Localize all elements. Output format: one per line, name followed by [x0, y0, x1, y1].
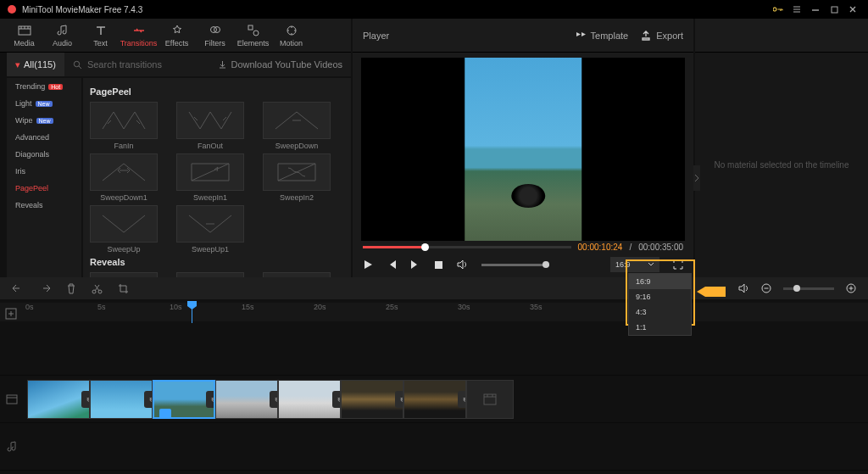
- split-button[interactable]: [92, 283, 103, 294]
- transitions-icon: [132, 24, 146, 37]
- clip-6[interactable]: [341, 380, 403, 419]
- ruler-mark: 35s: [530, 303, 602, 311]
- clip-3[interactable]: [153, 380, 215, 419]
- download-youtube-button[interactable]: Download YouTube Videos: [209, 59, 352, 70]
- clip-2[interactable]: [90, 380, 153, 419]
- tab-motion[interactable]: Motion: [272, 19, 310, 53]
- undo-button[interactable]: [12, 283, 24, 293]
- volume-slider[interactable]: [481, 264, 549, 266]
- menu-icon[interactable]: [788, 1, 805, 18]
- category-diagonals[interactable]: Diagonals: [7, 146, 81, 163]
- svg-point-0: [8, 5, 16, 14]
- zoom-out-button[interactable]: [761, 283, 771, 293]
- delete-button[interactable]: [66, 283, 76, 294]
- seek-bar[interactable]: [363, 246, 571, 248]
- category-iris[interactable]: Iris: [7, 163, 81, 180]
- fullscreen-button[interactable]: [673, 259, 683, 270]
- aspect-option-9-16[interactable]: 9:16: [629, 289, 691, 304]
- clip-7[interactable]: [403, 380, 466, 419]
- export-button[interactable]: Export: [640, 30, 683, 42]
- category-reveals[interactable]: Reveals: [7, 197, 81, 214]
- all-filter-button[interactable]: ▾All(115): [7, 53, 64, 76]
- tab-media[interactable]: Media: [5, 19, 43, 53]
- video-preview[interactable]: [361, 58, 685, 241]
- svg-point-6: [253, 31, 259, 36]
- tab-audio[interactable]: Audio: [43, 19, 81, 53]
- transition-sweepup1[interactable]: SweepUp1: [176, 205, 244, 254]
- ruler-mark: 20s: [314, 303, 386, 311]
- transition-fanout[interactable]: FanOut: [176, 102, 244, 150]
- chevron-down-icon: [648, 261, 654, 268]
- zoom-in-button[interactable]: [846, 283, 856, 293]
- overlay-track[interactable]: [0, 323, 868, 376]
- timeline-ruler[interactable]: 0s 5s 10s 15s 20s 25s 30s 35s: [0, 303, 868, 321]
- download-icon: [218, 60, 227, 70]
- zoom-slider[interactable]: [783, 287, 834, 290]
- triangle-down-icon: ▾: [15, 59, 20, 70]
- transition-fanin[interactable]: FanIn: [90, 102, 158, 150]
- properties-panel: No material selected on the timeline: [695, 53, 868, 277]
- current-time: 00:00:10:24: [578, 243, 623, 252]
- clip-transition-badge: [159, 409, 171, 419]
- minimize-button[interactable]: [807, 1, 824, 18]
- svg-point-8: [74, 61, 79, 66]
- svg-rect-11: [435, 261, 442, 269]
- aspect-option-1-1[interactable]: 1:1: [629, 320, 691, 335]
- template-button[interactable]: Template: [575, 30, 629, 42]
- svg-rect-5: [248, 25, 253, 30]
- aspect-option-16-9[interactable]: 16:9: [629, 274, 691, 289]
- title-bar: MiniTool MovieMaker Free 7.4.3: [0, 0, 868, 19]
- category-advanced[interactable]: Advanced: [7, 129, 81, 146]
- key-icon[interactable]: [770, 1, 787, 18]
- transition-sweepdown1[interactable]: SweepDown1: [90, 153, 158, 202]
- ruler-mark: 0s: [25, 303, 97, 311]
- category-pagepeel[interactable]: PagePeel: [7, 180, 81, 197]
- add-clip-placeholder[interactable]: [466, 380, 514, 419]
- search-transitions-input[interactable]: Search transitions: [64, 59, 209, 70]
- maximize-button[interactable]: [826, 1, 843, 18]
- time-sep: /: [629, 243, 632, 252]
- add-track-button[interactable]: [5, 308, 17, 320]
- clip-4[interactable]: [215, 380, 278, 419]
- properties-empty-message: No material selected on the timeline: [715, 160, 849, 170]
- aspect-option-4-3[interactable]: 4:3: [629, 304, 691, 320]
- redo-button[interactable]: [39, 283, 51, 293]
- video-track[interactable]: [0, 376, 868, 423]
- transition-sweepdown[interactable]: SweepDown: [263, 102, 331, 150]
- close-button[interactable]: [844, 1, 861, 18]
- transition-sweepup[interactable]: SweepUp: [90, 205, 158, 254]
- category-trending[interactable]: TrendingHot: [7, 78, 81, 95]
- video-track-icon: [0, 394, 24, 404]
- ruler-mark: 30s: [458, 303, 530, 311]
- elements-icon: [247, 24, 260, 37]
- crop-button[interactable]: [118, 283, 129, 294]
- expand-chevron-icon[interactable]: [693, 165, 700, 191]
- category-wipe[interactable]: WipeNew: [7, 112, 81, 129]
- prev-frame-button[interactable]: [387, 259, 397, 270]
- play-button[interactable]: [363, 259, 373, 270]
- svg-rect-1: [832, 7, 837, 13]
- transition-sweepin2[interactable]: SweepIn2: [263, 153, 331, 202]
- add-clip-icon: [483, 393, 497, 405]
- volume-icon[interactable]: [457, 259, 468, 270]
- clip-5[interactable]: [278, 380, 341, 419]
- aspect-ratio-dropdown[interactable]: 16:9: [610, 257, 659, 272]
- tab-effects[interactable]: Effects: [158, 19, 196, 53]
- ruler-mark: 15s: [242, 303, 314, 311]
- app-logo-icon: [7, 4, 17, 14]
- section-title-pagepeel: PagePeel: [90, 86, 344, 97]
- tab-transitions[interactable]: Transitions: [120, 19, 158, 53]
- total-time: 00:00:35:00: [638, 243, 683, 252]
- tab-filters[interactable]: Filters: [196, 19, 234, 53]
- audio-track[interactable]: [0, 423, 868, 471]
- category-light[interactable]: LightNew: [7, 95, 81, 112]
- effects-icon: [170, 24, 184, 37]
- tab-text[interactable]: Text: [81, 19, 120, 53]
- stop-button[interactable]: [434, 260, 443, 270]
- tab-elements[interactable]: Elements: [234, 19, 272, 53]
- transition-sweepin1[interactable]: SweepIn1: [176, 153, 244, 202]
- next-frame-button[interactable]: [410, 259, 420, 270]
- timeline-tracks: [0, 323, 868, 474]
- clip-1[interactable]: [27, 380, 90, 419]
- timeline-audio-toggle-icon[interactable]: [738, 283, 749, 293]
